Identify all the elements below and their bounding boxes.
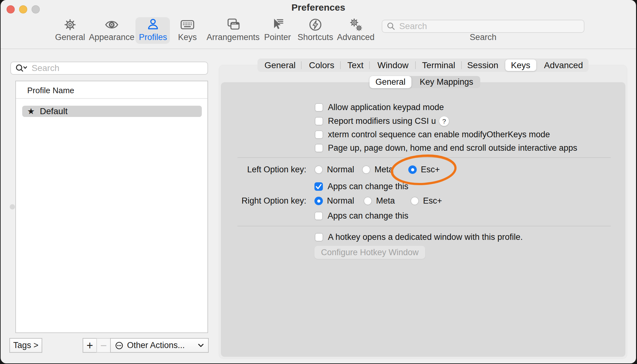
person-icon[interactable] xyxy=(146,18,160,32)
tab-separator xyxy=(340,61,341,69)
annotation-ellipse xyxy=(389,153,459,187)
checkbox-label: xterm control sequence can enable modify… xyxy=(328,128,550,141)
chevron-down-icon xyxy=(198,344,204,347)
toolbar-divider xyxy=(1,48,636,49)
add-profile-button[interactable]: + xyxy=(83,338,97,353)
checkbox-left-apps-can-change[interactable] xyxy=(314,182,323,191)
tab-separator xyxy=(415,61,416,69)
toolbar-item-advanced[interactable]: Advanced xyxy=(321,33,390,42)
left-option-key-label: Left Option key: xyxy=(188,163,306,176)
checkbox-report-csi-u[interactable] xyxy=(315,117,323,125)
preferences-window: Preferences xyxy=(1,0,636,363)
keyboard-icon[interactable] xyxy=(180,18,195,32)
tab-separator xyxy=(301,61,302,69)
subtab-general[interactable]: General xyxy=(369,76,411,88)
bolt-circle-icon[interactable] xyxy=(308,18,323,32)
radio-left-normal[interactable] xyxy=(314,165,323,174)
radio-label: Normal xyxy=(327,194,354,207)
search-icon xyxy=(387,22,395,31)
windows-icon[interactable] xyxy=(226,18,240,32)
scoped-search-icon[interactable] xyxy=(15,63,28,73)
checkbox-hotkey-window[interactable] xyxy=(315,233,323,241)
star-icon: ★ xyxy=(27,106,35,116)
radio-right-meta[interactable] xyxy=(364,197,372,205)
configure-hotkey-button[interactable]: Configure Hotkey Window xyxy=(314,246,425,259)
checkbox-xterm-modifyotherkeys[interactable] xyxy=(315,130,323,139)
checkbox-label: Apps can change this xyxy=(328,209,408,222)
help-button[interactable]: ? xyxy=(439,116,449,126)
checkbox-label: Report modifiers using CSI u xyxy=(328,114,436,128)
toolbar-search-field[interactable] xyxy=(382,20,584,33)
ellipsis-circle-icon xyxy=(115,341,123,350)
checkbox-page-scroll-outside[interactable] xyxy=(315,144,323,152)
radio-right-normal[interactable] xyxy=(314,197,323,205)
profile-list-header: Profile Name xyxy=(27,86,74,95)
radio-left-meta[interactable] xyxy=(362,165,370,174)
checkbox-label: Allow application keypad mode xyxy=(328,101,444,114)
list-header-divider xyxy=(16,98,207,99)
profile-name: Default xyxy=(40,106,68,116)
section-divider xyxy=(237,226,611,226)
radio-right-esc[interactable] xyxy=(410,197,419,205)
eye-icon[interactable] xyxy=(104,18,119,32)
cursor-icon[interactable] xyxy=(270,18,285,32)
radio-label: Esc+ xyxy=(423,194,442,207)
tags-button[interactable]: Tags > xyxy=(9,338,42,353)
screenshot-stage: Preferences xyxy=(0,0,637,364)
gear-icon[interactable] xyxy=(63,18,77,32)
tab-separator xyxy=(461,61,462,69)
toolbar-search-input[interactable] xyxy=(399,21,569,32)
right-option-key-label: Right Option key: xyxy=(188,194,306,207)
tab-separator xyxy=(369,61,370,69)
tab-advanced[interactable]: Advanced xyxy=(535,58,592,72)
splitter-handle-dot[interactable] xyxy=(10,204,15,210)
double-gear-icon[interactable] xyxy=(349,18,363,32)
radio-label: Normal xyxy=(327,163,354,176)
window-title: Preferences xyxy=(1,2,636,13)
toolbar-search-label: Search xyxy=(449,33,517,42)
sidebar-search-field[interactable] xyxy=(10,62,208,75)
checkbox-right-apps-can-change[interactable] xyxy=(314,212,323,220)
other-actions-dropdown[interactable]: Other Actions... xyxy=(110,338,209,353)
checkbox-allow-keypad-mode[interactable] xyxy=(315,103,323,112)
hotkey-label: A hotkey opens a dedicated window with t… xyxy=(328,230,523,244)
subtab-key-mappings[interactable]: Key Mappings xyxy=(414,76,479,88)
remove-profile-button[interactable]: − xyxy=(96,338,111,353)
profile-row-default[interactable]: ★ Default xyxy=(22,106,202,117)
radio-label: Meta xyxy=(376,194,395,207)
profile-list: Profile Name ★ Default xyxy=(15,81,208,333)
sidebar-search-input[interactable] xyxy=(31,63,195,73)
other-actions-label: Other Actions... xyxy=(127,341,185,350)
